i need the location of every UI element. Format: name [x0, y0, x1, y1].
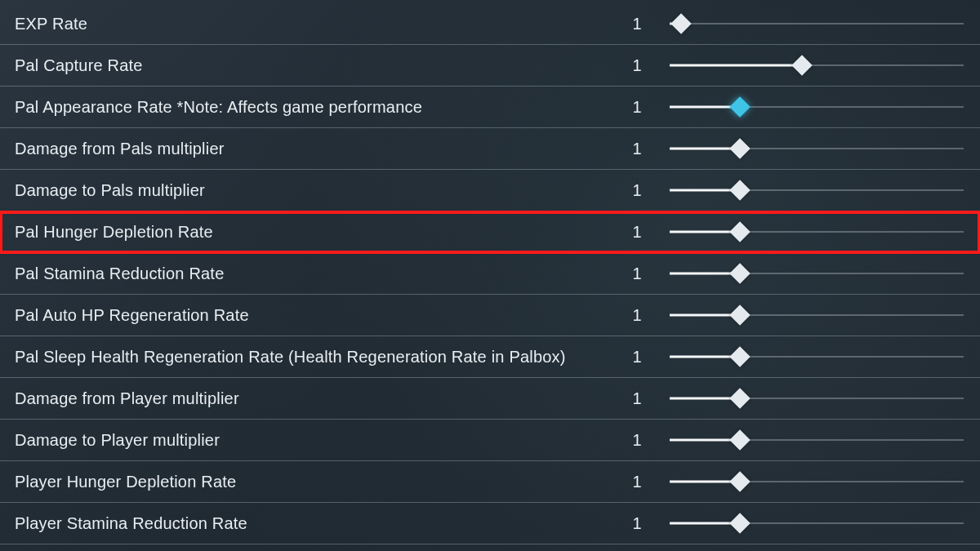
setting-row[interactable]: EXP Rate1: [0, 3, 980, 45]
slider-fill: [670, 64, 802, 67]
setting-slider[interactable]: [670, 182, 964, 198]
setting-label: Damage from Player multiplier: [15, 389, 612, 408]
setting-slider[interactable]: [670, 265, 964, 282]
slider-thumb-diamond-icon[interactable]: [730, 429, 751, 450]
settings-list: EXP Rate1Pal Capture Rate1Pal Appearance…: [0, 0, 980, 544]
setting-label: Pal Sleep Health Regeneration Rate (Heal…: [15, 348, 612, 367]
slider-thumb-diamond-icon[interactable]: [730, 138, 751, 158]
setting-row[interactable]: Pal Capture Rate1: [0, 45, 980, 87]
setting-label: Pal Stamina Reduction Rate: [15, 264, 612, 283]
setting-label: Pal Hunger Depletion Rate: [15, 223, 612, 242]
setting-label: Player Stamina Reduction Rate: [15, 514, 612, 533]
setting-label: Player Hunger Depletion Rate: [15, 473, 612, 491]
setting-value: 1: [612, 306, 662, 325]
setting-value: 1: [612, 98, 662, 117]
setting-value: 1: [612, 56, 662, 75]
setting-label: Damage to Pals multiplier: [15, 181, 612, 200]
setting-row[interactable]: Pal Stamina Reduction Rate1: [0, 253, 980, 295]
setting-value: 1: [612, 181, 662, 200]
slider-thumb-diamond-icon[interactable]: [730, 304, 751, 325]
setting-slider[interactable]: [670, 16, 964, 32]
setting-row[interactable]: Pal Appearance Rate *Note: Affects game …: [0, 87, 980, 128]
slider-thumb-diamond-icon[interactable]: [730, 471, 751, 491]
setting-value: 1: [612, 473, 662, 491]
setting-slider[interactable]: [670, 140, 964, 157]
setting-slider[interactable]: [670, 473, 964, 490]
setting-row[interactable]: Pal Auto HP Regeneration Rate1: [0, 295, 980, 336]
setting-value: 1: [612, 140, 662, 158]
slider-thumb-diamond-icon[interactable]: [730, 346, 751, 367]
slider-thumb-diamond-icon[interactable]: [730, 388, 751, 408]
setting-slider[interactable]: [670, 432, 964, 448]
setting-label: Pal Appearance Rate *Note: Affects game …: [15, 98, 612, 117]
setting-label: Pal Capture Rate: [15, 56, 612, 75]
slider-track: [670, 23, 964, 24]
setting-value: 1: [612, 431, 662, 450]
setting-row[interactable]: Pal Hunger Depletion Rate1: [0, 211, 980, 253]
setting-value: 1: [612, 348, 662, 367]
setting-row[interactable]: Damage from Player multiplier1: [0, 378, 980, 420]
setting-value: 1: [612, 514, 662, 533]
setting-label: EXP Rate: [15, 15, 612, 33]
slider-thumb-diamond-icon[interactable]: [730, 263, 751, 283]
setting-slider[interactable]: [670, 349, 964, 365]
setting-row[interactable]: Damage from Pals multiplier1: [0, 128, 980, 170]
setting-slider[interactable]: [670, 307, 964, 323]
setting-row[interactable]: Damage to Pals multiplier1: [0, 170, 980, 211]
setting-value: 1: [612, 15, 662, 33]
setting-slider[interactable]: [670, 57, 964, 73]
setting-slider[interactable]: [670, 99, 964, 115]
setting-row[interactable]: Damage to Player multiplier1: [0, 420, 980, 461]
setting-row[interactable]: Pal Sleep Health Regeneration Rate (Heal…: [0, 336, 980, 378]
slider-thumb-diamond-icon[interactable]: [730, 96, 751, 117]
slider-thumb-diamond-icon[interactable]: [791, 55, 812, 75]
setting-row[interactable]: Player Hunger Depletion Rate1: [0, 461, 980, 503]
setting-value: 1: [612, 389, 662, 408]
setting-row[interactable]: Player Stamina Reduction Rate1: [0, 503, 980, 544]
slider-thumb-diamond-icon[interactable]: [671, 13, 692, 33]
setting-value: 1: [612, 264, 662, 283]
setting-label: Damage from Pals multiplier: [15, 140, 612, 158]
slider-thumb-diamond-icon[interactable]: [730, 513, 751, 533]
setting-slider[interactable]: [670, 515, 964, 531]
slider-thumb-diamond-icon[interactable]: [730, 180, 751, 200]
setting-slider[interactable]: [670, 224, 964, 240]
setting-label: Damage to Player multiplier: [15, 431, 612, 450]
setting-value: 1: [612, 223, 662, 242]
slider-thumb-diamond-icon[interactable]: [730, 221, 751, 242]
setting-label: Pal Auto HP Regeneration Rate: [15, 306, 612, 325]
setting-slider[interactable]: [670, 390, 964, 407]
